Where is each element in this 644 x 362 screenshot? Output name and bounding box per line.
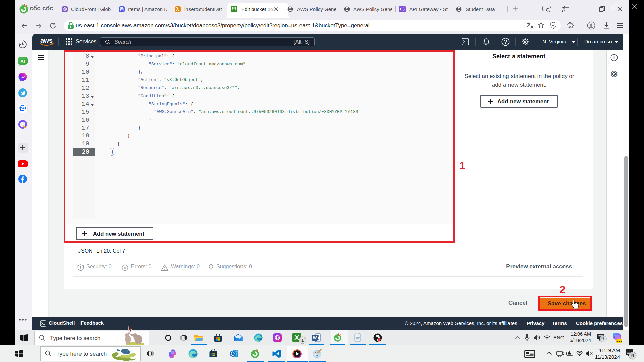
svg-text:aws: aws bbox=[40, 37, 53, 44]
svg-text:1: 1 bbox=[301, 338, 304, 343]
svg-text:1: 1 bbox=[602, 336, 604, 341]
svg-text:AI: AI bbox=[21, 59, 25, 64]
svg-text:W: W bbox=[313, 336, 317, 340]
svg-text:6: 6 bbox=[631, 353, 634, 358]
svg-text:Zalo: Zalo bbox=[19, 107, 25, 110]
svg-text:PRE: PRE bbox=[616, 340, 622, 343]
